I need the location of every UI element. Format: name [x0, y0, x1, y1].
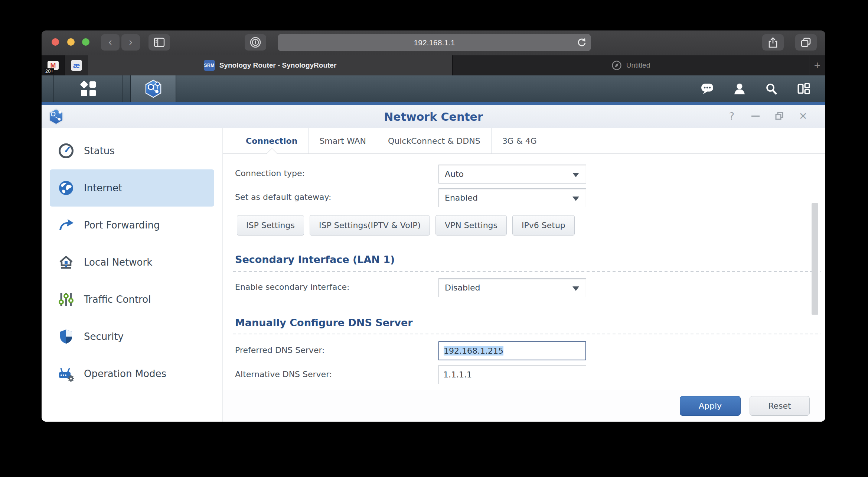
chevron-left-icon: ‹	[108, 37, 112, 47]
minimize-window-button[interactable]	[67, 38, 75, 46]
back-button[interactable]: ‹	[101, 34, 120, 51]
globe-icon	[57, 179, 75, 197]
sidebar-item-traffic-control[interactable]: Traffic Control	[50, 281, 214, 318]
tab-3g-4g[interactable]: 3G & 4G	[491, 128, 548, 153]
minimize-button[interactable]	[750, 110, 761, 121]
sidebar-item-local-network[interactable]: Local Network	[50, 244, 214, 281]
sidebar-toggle-button[interactable]	[149, 34, 170, 51]
tab-title: Synology Router - SynologyRouter	[219, 61, 337, 69]
plus-icon: +	[814, 59, 821, 72]
section-divider	[233, 334, 821, 334]
window-header: Network Center ?	[42, 105, 825, 128]
chevron-down-icon	[572, 197, 579, 201]
vpn-settings-button[interactable]: VPN Settings	[435, 215, 507, 236]
reset-button[interactable]: Reset	[750, 396, 810, 416]
srm-desktop: Network Center ?	[42, 75, 825, 422]
scrollbar-thumb[interactable]	[812, 203, 818, 315]
notifications-button[interactable]	[701, 82, 714, 95]
home-network-icon	[57, 254, 75, 271]
tab-overview-button[interactable]	[795, 34, 817, 51]
network-center-app-icon	[48, 108, 64, 127]
url-text: 192.168.1.1	[414, 38, 455, 47]
taskbar-handle[interactable]	[42, 75, 54, 102]
shield-icon	[57, 328, 75, 345]
tabs-icon	[800, 37, 812, 48]
isp-settings-button[interactable]: ISP Settings	[237, 215, 304, 236]
preferred-dns-input[interactable]: 192.168.1.215	[438, 341, 586, 360]
search-button[interactable]	[765, 82, 778, 95]
sliders-icon	[57, 291, 75, 308]
taskbar-accent-line	[42, 102, 825, 105]
sidebar-item-status[interactable]: Status	[50, 132, 214, 169]
new-tab-button[interactable]: +	[809, 55, 825, 75]
sidebar-item-security[interactable]: Security	[50, 318, 214, 355]
safari-window: ‹ › 192.168.1.	[42, 30, 825, 422]
gmail-badge: 20+	[45, 68, 54, 74]
forward-button[interactable]: ›	[121, 34, 140, 51]
content-tabs: Connection Smart WAN QuickConnect & DDNS…	[223, 128, 825, 154]
network-center-window: Network Center ?	[42, 105, 825, 422]
tab-bar: M 20+ æ SRM Synology Router - SynologyRo…	[42, 55, 825, 75]
footer-bar: Apply Reset	[223, 390, 825, 422]
main-menu-button[interactable]	[54, 75, 123, 102]
desktop-background: ‹ › 192.168.1.	[0, 0, 868, 477]
minimize-icon	[751, 116, 760, 117]
restore-icon	[775, 111, 784, 120]
sidebar-item-port-forwarding[interactable]: Port Forwarding	[50, 207, 214, 244]
maximize-button[interactable]	[774, 110, 784, 121]
default-gateway-select[interactable]: Enabled	[438, 188, 586, 207]
network-center-icon	[145, 80, 162, 98]
share-button[interactable]	[762, 34, 784, 51]
sidebar-item-operation-modes[interactable]: Operation Modes	[50, 355, 214, 392]
ae-icon: æ	[71, 60, 82, 71]
apply-button[interactable]: Apply	[680, 396, 741, 416]
sidebar-icon	[154, 38, 165, 47]
default-gateway-label: Set as default gateway:	[235, 192, 331, 202]
taskbar-network-center-button[interactable]	[131, 75, 176, 102]
dns-heading: Manually Configure DNS Server	[235, 317, 413, 328]
forward-arrow-icon	[57, 217, 75, 234]
apps-grid-icon	[81, 81, 96, 96]
close-window-button[interactable]	[52, 38, 59, 46]
close-button[interactable]: ✕	[798, 110, 808, 121]
isp-settings-iptv-voip-button[interactable]: ISP Settings(IPTV & VoIP)	[310, 215, 430, 236]
share-icon	[767, 36, 779, 48]
taskbar-separator	[123, 75, 131, 102]
secondary-interface-heading: Secondary Interface (LAN 1)	[235, 254, 395, 265]
window-controls: ? ✕	[727, 110, 808, 121]
window-title: Network Center	[42, 110, 825, 123]
pinned-tab-gmail[interactable]: M 20+	[42, 55, 65, 75]
secondary-interface-select[interactable]: Disabled	[438, 278, 586, 297]
tab-synology-router[interactable]: SRM Synology Router - SynologyRouter	[88, 55, 452, 75]
tab-connection[interactable]: Connection	[235, 128, 308, 153]
network-center-sidebar: Status Internet	[42, 128, 223, 422]
address-bar[interactable]: 192.168.1.1	[278, 34, 591, 51]
section-divider	[233, 271, 821, 272]
chevron-down-icon	[572, 173, 579, 177]
tab-quickconnect-ddns[interactable]: QuickConnect & DDNS	[377, 128, 491, 153]
tab-smart-wan[interactable]: Smart WAN	[308, 128, 377, 153]
chevron-right-icon: ›	[129, 37, 132, 47]
connection-type-select[interactable]: Auto	[438, 165, 586, 184]
zoom-window-button[interactable]	[82, 38, 89, 46]
router-gear-icon	[57, 365, 75, 382]
srm-taskbar	[42, 75, 825, 102]
widgets-button[interactable]	[797, 82, 810, 95]
isp-button-row: ISP Settings ISP Settings(IPTV & VoIP) V…	[237, 215, 575, 236]
alternative-dns-input[interactable]: 1.1.1.1	[438, 365, 586, 384]
network-center-content: Connection Smart WAN QuickConnect & DDNS…	[223, 128, 825, 422]
ipv6-setup-button[interactable]: IPv6 Setup	[512, 215, 575, 236]
help-button[interactable]: ?	[727, 110, 737, 121]
pinned-tab-ae[interactable]: æ	[65, 55, 88, 75]
onepassword-icon	[249, 36, 261, 48]
selected-text: 192.168.1.215	[444, 346, 503, 356]
connection-type-label: Connection type:	[235, 169, 305, 178]
browser-toolbar: ‹ › 192.168.1.	[42, 30, 825, 56]
tab-untitled[interactable]: Untitled	[452, 55, 809, 75]
enable-secondary-interface-label: Enable secondary interface:	[235, 282, 349, 292]
refresh-button[interactable]	[576, 37, 587, 48]
password-extension-button[interactable]	[245, 34, 266, 51]
sidebar-item-internet[interactable]: Internet	[50, 169, 214, 207]
user-button[interactable]	[733, 82, 746, 95]
chevron-down-icon	[572, 286, 579, 291]
